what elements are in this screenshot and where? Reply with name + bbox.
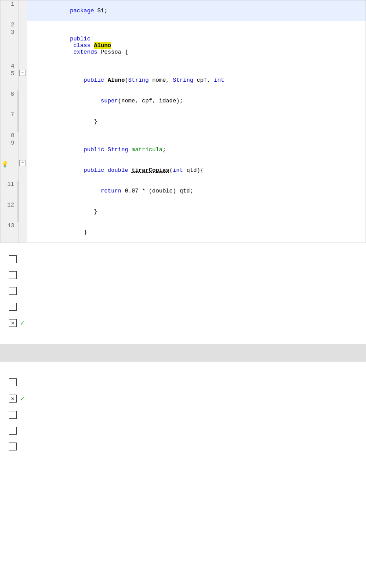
line-number: 3 — [0, 29, 18, 62]
fold-icon-minus2[interactable]: − — [19, 160, 25, 166]
main-container: 1 package S1; 2 3 public — [0, 0, 366, 588]
checkbox-item-2 — [9, 271, 357, 279]
line-code — [27, 132, 366, 139]
line-number: 2 — [0, 21, 18, 29]
keyword-int: int — [214, 77, 224, 83]
checkbox-9[interactable] — [9, 427, 17, 435]
line-number: 5 — [0, 70, 18, 91]
checkbox-item-6 — [9, 378, 357, 386]
checkbox-3[interactable] — [9, 287, 17, 295]
keyword-public: public — [83, 167, 104, 174]
line-gutter — [18, 0, 27, 21]
table-row: 13 } — [0, 222, 366, 243]
table-row: 4 — [0, 62, 366, 70]
code-table: 1 package S1; 2 3 public — [0, 0, 366, 243]
line-number: 4 — [0, 62, 18, 70]
line-gutter — [18, 222, 27, 243]
table-row: 7 } — [0, 111, 366, 132]
keyword-string2: String — [173, 77, 193, 83]
correct-checkmark-7: ✓ — [20, 394, 25, 403]
question-section-2: ✕ ✓ — [0, 366, 366, 463]
line-number: 8 — [0, 132, 18, 139]
keyword-extends: extends — [70, 49, 97, 55]
line-gutter — [18, 21, 27, 29]
line-gutter — [18, 111, 27, 132]
table-row: 9 public String matricula; — [0, 139, 366, 160]
line-code: public double tirarCopias(int qtd){ — [27, 160, 366, 181]
checkbox-8[interactable] — [9, 411, 17, 419]
line-code: public String matricula; — [27, 139, 366, 160]
line-code: super(nome, cpf, idade); — [27, 91, 366, 111]
correct-checkmark-5: ✓ — [20, 319, 25, 327]
line-gutter — [18, 29, 27, 62]
keyword-class: class — [70, 42, 94, 49]
class-aluno-highlight: Aluno — [94, 42, 111, 49]
gutter-bulb-icon: 💡 — [1, 161, 8, 168]
table-row: 2 — [0, 21, 366, 29]
checkbox-1[interactable] — [9, 255, 17, 263]
line-number: 11 — [0, 181, 18, 201]
checkbox-5-checked[interactable]: ✕ — [9, 319, 17, 327]
line-code: return 0.07 * (double) qtd; — [27, 181, 366, 201]
keyword-string: String — [108, 146, 128, 153]
constructor-name: Aluno — [108, 77, 125, 83]
line-gutter — [18, 139, 27, 160]
keyword-string: String — [128, 77, 149, 83]
line-code: } — [27, 222, 366, 243]
table-row: 8 — [0, 132, 366, 139]
keyword-int2: int — [173, 167, 183, 174]
line-gutter — [18, 132, 27, 139]
checkbox-item-10 — [9, 443, 357, 450]
checkbox-item-7: ✕ ✓ — [9, 394, 357, 403]
table-row: 1 package S1; — [0, 0, 366, 21]
keyword-public: public — [70, 36, 91, 42]
line-number: 💡 — [0, 160, 18, 181]
table-row: 11 return 0.07 * (double) qtd; — [0, 181, 366, 201]
method-tirarCopias: tirarCopias — [132, 167, 170, 174]
keyword-public: public — [83, 77, 104, 83]
line-number: 9 — [0, 139, 18, 160]
line-gutter-fold[interactable]: − — [18, 160, 27, 181]
checkbox-4[interactable] — [9, 303, 17, 311]
line-code: public class Aluno extends Pessoa { — [27, 29, 366, 62]
checkbox-item-9 — [9, 427, 357, 435]
keyword-double: double — [108, 167, 128, 174]
checkbox-7-checked[interactable]: ✕ — [9, 395, 17, 403]
line-code: } — [27, 111, 366, 132]
checkbox-10[interactable] — [9, 443, 17, 450]
line-gutter — [18, 181, 27, 201]
line-gutter — [18, 91, 27, 111]
line-number: 7 — [0, 111, 18, 132]
line-number: 12 — [0, 201, 18, 222]
checkbox-item-8 — [9, 411, 357, 419]
checkbox-2[interactable] — [9, 271, 17, 279]
line-code: package S1; — [27, 0, 366, 21]
line-code — [27, 21, 366, 29]
line-number: 13 — [0, 222, 18, 243]
checkbox-item-1 — [9, 255, 357, 263]
checkbox-item-5: ✕ ✓ — [9, 319, 357, 327]
line-gutter-fold[interactable]: − — [18, 70, 27, 91]
table-row: 12 } — [0, 201, 366, 222]
section-divider — [0, 344, 366, 362]
keyword-package: package — [70, 7, 94, 14]
table-row: 6 super(nome, cpf, idade); — [0, 91, 366, 111]
checkbox-item-4 — [9, 303, 357, 311]
keyword-public: public — [83, 146, 104, 153]
question-section-1: ✕ ✓ — [0, 243, 366, 340]
line-gutter — [18, 201, 27, 222]
fold-icon-minus[interactable]: − — [19, 70, 25, 76]
line-code: public Aluno(String nome, String cpf, in… — [27, 70, 366, 91]
checkbox-6[interactable] — [9, 378, 17, 386]
line-gutter — [18, 62, 27, 70]
keyword-super: super — [101, 98, 118, 104]
table-row: 3 public class Aluno extends Pessoa { — [0, 29, 366, 62]
line-code: } — [27, 201, 366, 222]
table-row: 5 − public Aluno(String nome, String cpf… — [0, 70, 366, 91]
keyword-return: return — [101, 188, 121, 194]
code-editor: 1 package S1; 2 3 public — [0, 0, 366, 243]
line-number: 6 — [0, 91, 18, 111]
field-matricula: matricula — [132, 146, 163, 153]
line-number: 1 — [0, 0, 18, 21]
table-row: 💡 − public double tirarCopias(int qtd){ — [0, 160, 366, 181]
